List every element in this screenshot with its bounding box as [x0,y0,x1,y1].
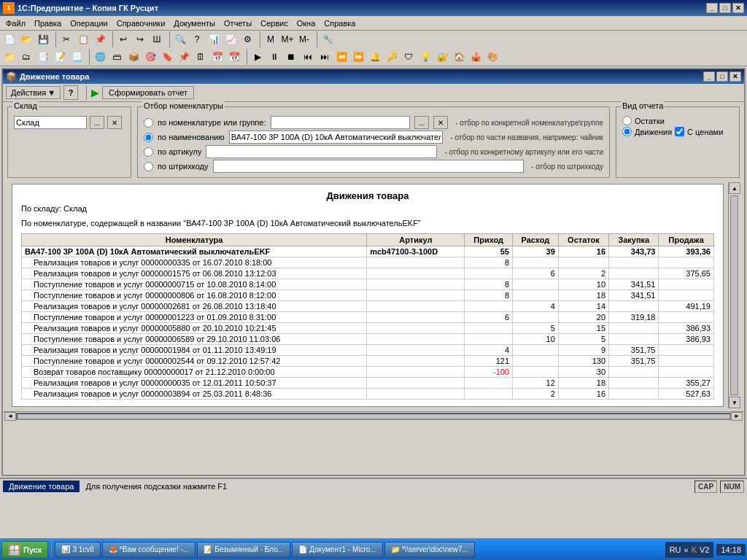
taskbar-btn-1[interactable]: 🦊 *Вам сообщение! -... [102,542,196,558]
status-window-btn[interactable]: Движение товара [3,481,80,492]
tb18[interactable]: 🌐 [92,49,108,65]
scroll-right-button[interactable]: ► [731,412,743,421]
tb17[interactable]: 📃 [69,49,85,65]
tb22[interactable]: 🔖 [159,49,175,65]
generate-report-button[interactable]: Сформировать отчет [102,86,194,99]
filter-browse-1[interactable]: ... [414,116,429,129]
tb34[interactable]: 🔔 [367,49,383,65]
tb37[interactable]: 💡 [417,49,433,65]
scroll-up-button[interactable]: ▲ [729,182,740,194]
open-button[interactable]: 📂 [18,31,34,47]
undo-button[interactable]: ↩ [115,31,131,47]
scroll-thumb[interactable] [730,195,738,395]
cell-income: 6 [465,312,513,323]
warehouse-input[interactable] [14,116,87,129]
with-prices-checkbox[interactable] [675,127,684,136]
menu-windows[interactable]: Окна [293,18,320,29]
copy-button[interactable]: 📋 [75,31,91,47]
taskbar-btn-2[interactable]: 📝 Безымянный - Бло... [197,542,290,558]
tb25[interactable]: 📅 [209,49,225,65]
maximize-button[interactable]: □ [719,3,731,13]
new-button[interactable]: 📄 [1,31,18,47]
filter-input-3[interactable] [206,145,437,158]
cut-button[interactable]: ✂ [58,31,74,47]
menu-service[interactable]: Сервис [256,18,293,29]
tb38[interactable]: 🔐 [434,49,450,65]
tb29[interactable]: ⏹ [283,49,299,65]
tb39[interactable]: 🏠 [451,49,467,65]
tb31[interactable]: ⏭ [317,49,333,65]
tb7[interactable]: 📈 [222,31,239,47]
menu-documents[interactable]: Документы [169,18,220,29]
vertical-scrollbar[interactable]: ▲ ▼ [728,182,740,408]
tb9[interactable]: M [263,31,279,47]
tb40[interactable]: 🎪 [468,49,484,65]
actions-button[interactable]: Действия ▼ [6,86,61,99]
col-sale: Продажа [659,234,714,246]
tb35[interactable]: 🔑 [384,49,400,65]
taskbar-btn-4[interactable]: 📁 *\\server\doc\new7... [384,542,475,558]
tb21[interactable]: 🎯 [142,49,158,65]
tb13[interactable]: 📁 [1,49,18,65]
filter-radio-4[interactable] [144,162,153,171]
tb14[interactable]: 🗂 [18,49,34,65]
tb6[interactable]: 📊 [206,31,222,47]
inner-maximize-button[interactable]: □ [716,71,728,82]
tb10[interactable]: M+ [279,31,295,47]
tb27[interactable]: ▶ [249,49,266,65]
view-radio-remnants[interactable] [622,116,632,125]
warehouse-clear-button[interactable]: ✕ [107,116,122,129]
paste-button[interactable]: 📌 [92,31,108,47]
tb11[interactable]: M- [296,31,312,47]
warehouse-browse-button[interactable]: ... [90,116,104,129]
tb24[interactable]: 🗓 [193,49,209,65]
inner-minimize-button[interactable]: _ [703,71,715,82]
tb41[interactable]: 🎨 [484,49,500,65]
menu-edit[interactable]: Правка [30,18,66,29]
tb36[interactable]: 🛡 [400,49,417,65]
tb30[interactable]: ⏮ [300,49,316,65]
tb28[interactable]: ⏸ [266,49,282,65]
filter-input-4[interactable] [213,160,525,173]
horizontal-scrollbar[interactable] [16,413,731,420]
menu-references[interactable]: Справочники [112,18,170,29]
filter-clear-1[interactable]: ✕ [433,116,448,129]
tb32[interactable]: ⏪ [333,49,349,65]
close-button[interactable]: ✕ [732,3,744,13]
tb8[interactable]: ⚙ [239,31,255,47]
menu-reports[interactable]: Отчеты [220,18,256,29]
redo-button[interactable]: ↪ [132,31,148,47]
filter-radio-1[interactable] [144,118,153,128]
tb33[interactable]: ⏩ [350,49,366,65]
tb15[interactable]: 📑 [35,49,51,65]
filter-input-1[interactable] [271,116,411,129]
help-button[interactable]: ? [63,85,78,100]
taskbar-btn-0[interactable]: 📊 3 1cv8 [55,542,100,558]
cell-balance: 14 [558,301,608,312]
tb3[interactable]: Ш [149,31,165,47]
tb16[interactable]: 📝 [52,49,68,65]
save-button[interactable]: 💾 [35,31,51,47]
start-button[interactable]: 🪟 Пуск [1,541,48,559]
tb12[interactable]: 🔧 [320,31,336,47]
menu-file[interactable]: Файл [1,18,30,29]
menu-operations[interactable]: Операции [66,18,112,29]
filter-radio-3[interactable] [144,147,153,157]
tb23[interactable]: 📌 [176,49,192,65]
cell-sale: 527,63 [659,389,714,400]
inner-close-button[interactable]: ✕ [729,71,741,82]
tb5[interactable]: ? [189,31,205,47]
filter-input-2[interactable] [229,131,444,144]
view-radio-movements[interactable] [622,127,632,136]
cell-sale [659,257,714,268]
tb20[interactable]: 📦 [125,49,142,65]
scroll-down-button[interactable]: ▼ [729,397,740,408]
tb4[interactable]: 🔍 [172,31,188,47]
minimize-button[interactable]: _ [706,3,718,13]
tb26[interactable]: 📆 [226,49,242,65]
filter-radio-2[interactable] [144,133,153,142]
scroll-left-button[interactable]: ◄ [4,412,16,421]
taskbar-btn-3[interactable]: 📄 Документ1 - Micro... [292,542,383,558]
menu-help[interactable]: Справка [320,18,360,29]
tb19[interactable]: 🗃 [109,49,125,65]
